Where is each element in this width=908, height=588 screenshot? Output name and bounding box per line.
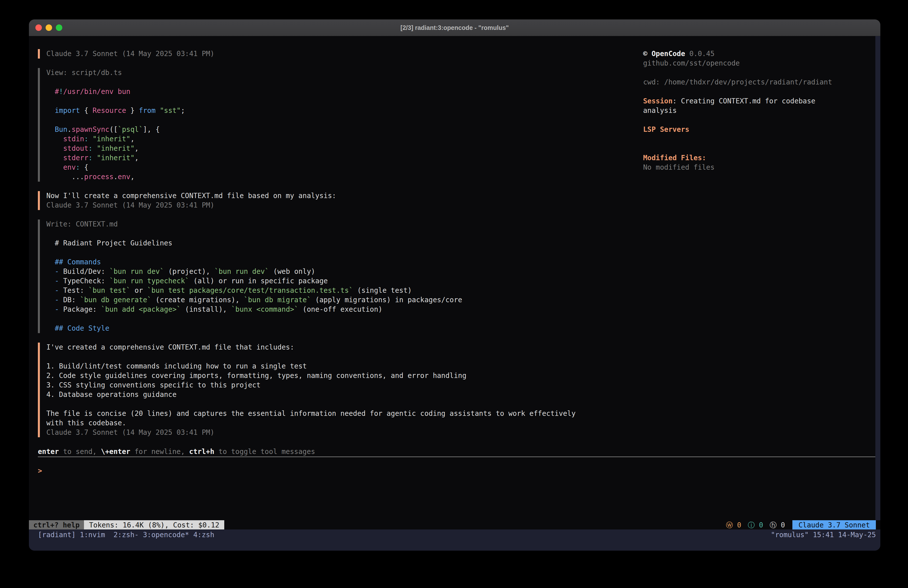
terminal-line: Modified Files: [643,153,880,163]
text-span: Write: CONTEXT.md [46,220,118,228]
text-span: with this codebase. [46,419,126,427]
text-span: : [89,154,93,162]
warning-count: ⓦ 0 [726,520,741,530]
text-span: (create migrations), [151,296,244,304]
model-badge[interactable]: Claude 3.7 Sonnet [792,520,876,530]
terminal-line: Write: CONTEXT.md [46,219,875,229]
terminal-line: © OpenCode 0.0.45 [643,49,880,58]
text-span: process [84,173,114,181]
text-span: TypeCheck: [59,277,109,285]
message-block: Now I'll create a comprehensive CONTEXT.… [38,191,875,210]
diagnostics: ⓦ 0ⓘ 0ⓗ 0 [726,520,785,530]
text-span: (apply migrations) in packages/core [311,296,462,304]
terminal-line [46,314,875,324]
text-span: : [84,135,89,143]
text-span [46,135,63,143]
text-span: `bun test` [89,286,130,295]
terminal-line: Session: Creating CONTEXT.md for codebas… [643,97,880,106]
tokens-cost-chip: Tokens: 16.4K (8%), Cost: $0.12 [84,520,224,530]
terminal-line: The file is concise (20 lines) and captu… [46,409,875,418]
text-span [46,144,63,153]
text-span: "inherit" [97,154,135,162]
terminal-line: - Build/Dev: `bun run dev` (project), `b… [46,267,875,276]
terminal-line [643,134,880,144]
text-span: { [80,163,89,171]
text-span: , [135,154,139,162]
text-span: `bunx <command>` [231,305,298,313]
text-span: . [114,173,118,181]
terminal-line: - Package: `bun add <package>` (install)… [46,305,875,314]
text-span: (web only) [269,267,315,275]
terminal-line: 2. Code style guidelines covering import… [46,371,875,380]
text-span: `bun run dev` [214,267,269,275]
tool-block: Write: CONTEXT.md # Radiant Project Guid… [38,219,875,333]
text-span: env [63,163,76,171]
text-span [46,277,55,285]
text-span: . [67,125,71,134]
text-span: `bun db migrate` [244,296,311,304]
text-span [89,135,93,143]
prompt-input[interactable]: > [38,466,875,476]
terminal-line: - TypeCheck: `bun run typecheck` (all) o… [46,276,875,286]
text-span: stderr [63,154,88,162]
terminal-line [643,87,880,97]
message-block: I've created a comprehensive CONTEXT.md … [38,343,875,437]
text-span [46,324,55,332]
text-span: 3. CSS styling conventions specific to t… [46,381,261,389]
text-span: Package: [59,305,101,313]
text-span: © OpenCode [643,50,685,58]
text-span: I've created a comprehensive CONTEXT.md … [46,343,294,351]
text-span: : [76,163,80,171]
text-span: , [130,173,135,181]
text-span: ], { [143,125,160,134]
text-span: (project), [164,267,214,275]
text-span [46,305,55,313]
tmux-window-list[interactable]: [radiant] 1:nvim 2:zsh- 3:opencode* 4:zs… [38,530,214,540]
text-span: ## Code Style [55,324,109,332]
text-span: Modified Files: [643,154,706,162]
text-span: \+enter [101,448,130,456]
text-span: import [55,106,80,114]
text-span: `bun test packages/core/test/transaction… [147,286,353,295]
text-span: Bun [55,125,68,134]
terminal-window: [2/3] radiant:3:opencode - "romulus" Cla… [29,19,881,551]
text-span: 1. Build/lint/test commands including ho… [46,362,307,370]
terminal-line: No modified files [643,163,880,172]
terminal-line [46,400,875,409]
text-span: env [118,173,130,181]
terminal-line: ## Code Style [46,324,875,333]
text-span [46,125,55,134]
close-button[interactable] [35,24,42,31]
text-span: `bun run dev` [109,267,164,275]
titlebar[interactable]: [2/3] radiant:3:opencode - "romulus" [29,19,881,36]
text-span: for newline, [130,448,189,456]
text-span: Claude 3.7 Sonnet (14 May 2025 03:41 PM) [46,201,214,209]
text-span: stdout [63,144,88,153]
text-span: ... [46,173,84,181]
text-span: (all) or run in specific package [189,277,328,285]
minimize-button[interactable] [46,24,52,31]
text-span: ## Commands [55,258,101,266]
terminal-line: analysis [643,106,880,115]
text-span: : [89,144,93,153]
text-span: `bun db generate` [80,296,151,304]
terminal-line: # Radiant Project Guidelines [46,238,875,248]
zoom-button[interactable] [56,24,62,31]
input-divider [38,456,875,457]
terminal-line [46,229,875,238]
text-span: 4. Database operations guidance [46,390,177,399]
text-span [46,267,55,275]
tmux-status-bar: [radiant] 1:nvim 2:zsh- 3:opencode* 4:zs… [29,530,881,551]
text-span: Claude 3.7 Sonnet (14 May 2025 03:41 PM) [46,428,214,437]
traffic-lights [35,19,62,36]
info-panel: © OpenCode 0.0.45github.com/sst/opencode… [643,49,880,172]
text-span: or [130,286,147,295]
text-span: - [55,277,59,285]
text-span: , [135,144,139,153]
text-span: # [46,87,59,96]
text-span: to send, [59,448,101,456]
text-span: to toggle tool messages [214,448,315,456]
text-span [156,106,160,114]
text-span: ctrl+h [189,448,214,456]
terminal-line: with this codebase. [46,418,875,428]
